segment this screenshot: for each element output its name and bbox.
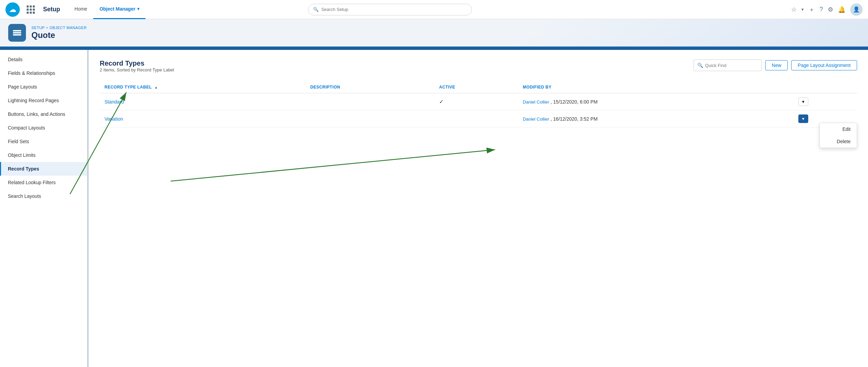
content-area: Record Types 2 Items, Sorted by Record T… (89, 50, 868, 367)
sidebar-item-fields-relationships[interactable]: Fields & Relationships (0, 66, 88, 80)
object-header: SETUP > OBJECT MANAGER Quote (0, 19, 868, 47)
content-subtitle: 2 Items, Sorted by Record Type Label (100, 67, 174, 72)
quick-find-container[interactable]: 🔍 (694, 59, 762, 71)
table-header-row: RECORD TYPE LABEL ▲ DESCRIPTION ACTIVE M… (100, 81, 857, 93)
svg-rect-2 (13, 34, 21, 36)
th-record-type-label[interactable]: RECORD TYPE LABEL ▲ (100, 81, 306, 93)
sidebar-resize-handle[interactable] (87, 50, 88, 367)
settings-icon[interactable]: ⚙ (828, 6, 833, 13)
content-actions: 🔍 New Page Layout Assignment (694, 59, 857, 71)
th-active: ACTIVE (434, 81, 518, 93)
search-input[interactable] (321, 7, 467, 12)
chevron-down-icon: ▾ (137, 6, 139, 11)
th-description: DESCRIPTION (306, 81, 434, 93)
record-type-label-link[interactable]: Standard (104, 99, 124, 105)
breadcrumb: SETUP > OBJECT MANAGER (31, 26, 87, 30)
sidebar-item-lightning-record-pages[interactable]: Lightning Record Pages (0, 94, 88, 107)
new-button[interactable]: New (765, 60, 788, 70)
sidebar-item-page-layouts[interactable]: Page Layouts (0, 80, 88, 94)
row-action-cell: ▾ Edit Delete (794, 110, 857, 127)
quick-find-input[interactable] (705, 63, 758, 68)
nav-tabs: Home Object Manager ▾ (68, 0, 145, 19)
content-header: Record Types 2 Items, Sorted by Record T… (100, 59, 857, 79)
help-icon[interactable]: ? (820, 6, 823, 13)
sidebar-item-field-sets[interactable]: Field Sets (0, 135, 88, 148)
app-launcher-icon[interactable] (25, 4, 36, 15)
record-type-label-cell: Standard (100, 93, 306, 110)
sidebar: Details Fields & Relationships Page Layo… (0, 50, 89, 367)
active-cell (434, 110, 518, 127)
object-header-text: SETUP > OBJECT MANAGER Quote (31, 26, 87, 40)
dropdown-delete-item[interactable]: Delete (820, 135, 857, 148)
quick-find-icon: 🔍 (697, 63, 703, 68)
record-type-label-cell: Variation (100, 110, 306, 127)
dropdown-edit-item[interactable]: Edit (820, 123, 857, 135)
color-band (0, 47, 868, 50)
tab-object-manager[interactable]: Object Manager ▾ (93, 0, 145, 19)
tab-home[interactable]: Home (68, 0, 93, 19)
th-actions (794, 81, 857, 93)
sidebar-item-object-limits[interactable]: Object Limits (0, 148, 88, 162)
sidebar-item-compact-layouts[interactable]: Compact Layouts (0, 121, 88, 135)
modified-date-value: 15/12/2020, 6:00 PM (553, 99, 598, 105)
active-checkmark: ✓ (439, 99, 444, 105)
page-layout-assignment-button[interactable]: Page Layout Assignment (791, 60, 857, 70)
chevron-down-icon: ▾ (802, 116, 804, 121)
modified-by-link[interactable]: Daniel Collier (523, 117, 549, 122)
sidebar-item-buttons-links-actions[interactable]: Buttons, Links, and Actions (0, 107, 88, 121)
th-modified-by: MODIFIED BY (518, 81, 794, 93)
modified-date-sep: , (550, 116, 553, 122)
search-bar[interactable]: 🔍 (308, 4, 472, 15)
setup-title: Setup (43, 6, 60, 13)
salesforce-logo: ☁ (5, 2, 20, 17)
sidebar-item-record-types[interactable]: Record Types (0, 162, 88, 176)
description-cell (306, 93, 434, 110)
add-icon[interactable]: ＋ (809, 5, 815, 14)
record-types-table: RECORD TYPE LABEL ▲ DESCRIPTION ACTIVE M… (100, 81, 857, 127)
modified-by-cell: Daniel Collier , 15/12/2020, 6:00 PM (518, 93, 794, 110)
breadcrumb-setup[interactable]: SETUP (31, 26, 45, 30)
svg-rect-1 (13, 32, 21, 33)
description-cell (306, 110, 434, 127)
content-title: Record Types (100, 59, 174, 67)
object-title: Quote (31, 30, 87, 40)
record-type-label-link[interactable]: Variation (104, 116, 123, 122)
main-layout: Details Fields & Relationships Page Layo… (0, 50, 868, 367)
modified-date-value: 16/12/2020, 3:52 PM (553, 116, 598, 122)
breadcrumb-sep: > (46, 26, 50, 30)
modified-by-cell: Daniel Collier , 16/12/2020, 3:52 PM (518, 110, 794, 127)
favorites-dropdown-icon[interactable]: ▾ (801, 7, 804, 12)
object-icon (8, 24, 26, 42)
modified-date: , (550, 99, 553, 105)
user-avatar[interactable]: 👤 (850, 3, 863, 16)
row-action-dropdown: Edit Delete (820, 123, 857, 148)
bell-icon[interactable]: 🔔 (838, 6, 845, 13)
svg-rect-0 (13, 30, 21, 31)
sort-arrow-icon: ▲ (154, 85, 158, 89)
sidebar-item-related-lookup-filters[interactable]: Related Lookup Filters (0, 176, 88, 189)
row-action-cell: ▾ (794, 93, 857, 110)
breadcrumb-object-manager[interactable]: OBJECT MANAGER (50, 26, 87, 30)
chevron-down-icon: ▾ (802, 99, 804, 104)
table-row: Standard ✓ Daniel Collier , 15/12/2020, … (100, 93, 857, 110)
modified-by-link[interactable]: Daniel Collier (523, 99, 549, 105)
row-action-button-active[interactable]: ▾ (798, 114, 808, 123)
content-header-left: Record Types 2 Items, Sorted by Record T… (100, 59, 174, 79)
sidebar-item-details[interactable]: Details (0, 53, 88, 66)
sidebar-item-search-layouts[interactable]: Search Layouts (0, 189, 88, 203)
row-action-button[interactable]: ▾ (798, 97, 808, 106)
active-cell: ✓ (434, 93, 518, 110)
search-icon: 🔍 (313, 7, 319, 12)
top-right-icons: ☆ ▾ ＋ ? ⚙ 🔔 👤 (791, 3, 863, 16)
favorites-icon[interactable]: ☆ (791, 6, 797, 13)
table-row: Variation Daniel Collier , 16/12/2020, 3… (100, 110, 857, 127)
top-navigation: ☁ Setup Home Object Manager ▾ 🔍 ☆ ▾ ＋ ? … (0, 0, 868, 19)
